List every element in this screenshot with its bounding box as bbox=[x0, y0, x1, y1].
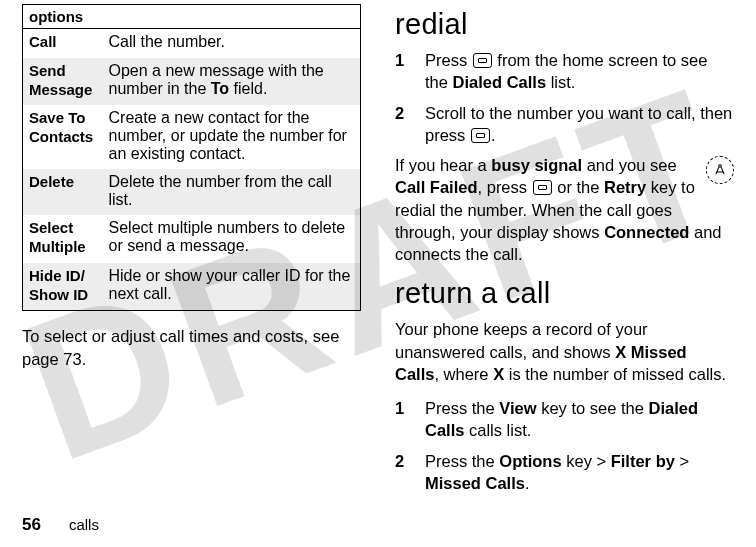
step-number: 1 bbox=[395, 49, 411, 94]
table-row: Delete Delete the number from the call l… bbox=[23, 169, 361, 215]
options-table: options Call Call the number. Send Messa… bbox=[22, 4, 361, 311]
option-name: Hide ID/ Show ID bbox=[23, 263, 103, 311]
step-number: 1 bbox=[395, 397, 411, 442]
right-column: redial 1 Press from the home screen to s… bbox=[395, 4, 734, 547]
redial-steps: 1 Press from the home screen to see the … bbox=[395, 49, 734, 146]
table-row: Call Call the number. bbox=[23, 29, 361, 58]
page-content: options Call Call the number. Send Messa… bbox=[0, 0, 756, 547]
option-desc: Hide or show your caller ID for the next… bbox=[103, 263, 361, 311]
busy-signal-paragraph: If you hear a busy signal and you see Ca… bbox=[395, 154, 734, 265]
list-item: 1 Press from the home screen to see the … bbox=[395, 49, 734, 94]
option-name: Send Message bbox=[23, 58, 103, 106]
after-table-text: To select or adjust call times and costs… bbox=[22, 325, 361, 370]
table-row: Hide ID/ Show ID Hide or show your calle… bbox=[23, 263, 361, 311]
option-desc: Call the number. bbox=[103, 29, 361, 58]
option-name: Select Multiple bbox=[23, 215, 103, 263]
step-text: Press the View key to see the Dialed Cal… bbox=[425, 397, 734, 442]
left-column: options Call Call the number. Send Messa… bbox=[22, 4, 361, 547]
option-name: Delete bbox=[23, 169, 103, 215]
step-number: 2 bbox=[395, 450, 411, 495]
step-text: Press from the home screen to see the Di… bbox=[425, 49, 734, 94]
send-key-icon bbox=[473, 53, 492, 68]
page-number: 56 bbox=[22, 515, 41, 535]
option-desc: Select multiple numbers to delete or sen… bbox=[103, 215, 361, 263]
option-desc: Delete the number from the call list. bbox=[103, 169, 361, 215]
list-item: 2 Scroll to the number you want to call,… bbox=[395, 102, 734, 147]
network-feature-icon bbox=[706, 156, 734, 184]
page-footer: 56 calls bbox=[22, 515, 99, 535]
option-name: Call bbox=[23, 29, 103, 58]
footer-section: calls bbox=[69, 516, 99, 533]
return-call-intro: Your phone keeps a record of your unansw… bbox=[395, 318, 734, 385]
return-call-heading: return a call bbox=[395, 277, 734, 310]
return-call-steps: 1 Press the View key to see the Dialed C… bbox=[395, 397, 734, 494]
table-row: Save To Contacts Create a new contact fo… bbox=[23, 105, 361, 169]
svg-point-0 bbox=[719, 165, 722, 168]
table-row: Send Message Open a new message with the… bbox=[23, 58, 361, 106]
options-table-header: options bbox=[23, 5, 361, 29]
send-key-icon bbox=[471, 128, 490, 143]
option-desc: Create a new contact for the number, or … bbox=[103, 105, 361, 169]
option-desc: Open a new message with the number in th… bbox=[103, 58, 361, 106]
table-row: Select Multiple Select multiple numbers … bbox=[23, 215, 361, 263]
list-item: 2 Press the Options key > Filter by > Mi… bbox=[395, 450, 734, 495]
send-key-icon bbox=[533, 180, 552, 195]
option-name: Save To Contacts bbox=[23, 105, 103, 169]
list-item: 1 Press the View key to see the Dialed C… bbox=[395, 397, 734, 442]
step-text: Press the Options key > Filter by > Miss… bbox=[425, 450, 734, 495]
redial-heading: redial bbox=[395, 8, 734, 41]
step-number: 2 bbox=[395, 102, 411, 147]
step-text: Scroll to the number you want to call, t… bbox=[425, 102, 734, 147]
